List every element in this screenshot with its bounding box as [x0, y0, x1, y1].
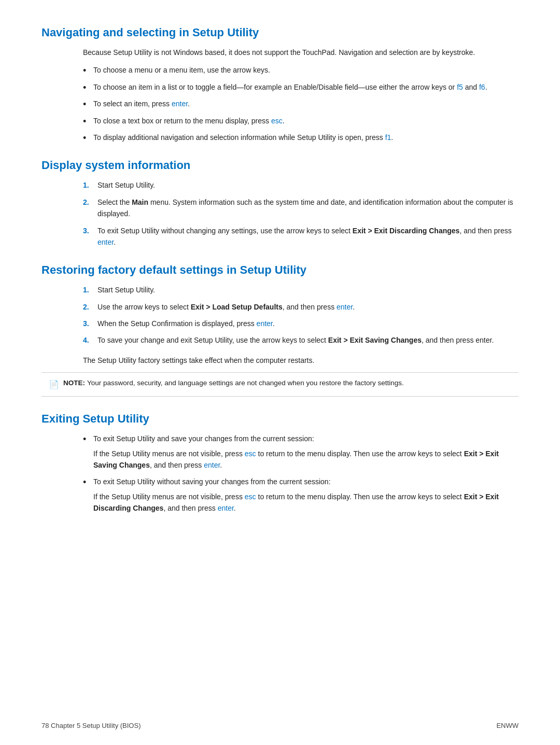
enter-link-1: enter: [172, 100, 188, 108]
list-item: Select the Main menu. System information…: [83, 196, 519, 220]
f6-link: f6: [479, 83, 485, 91]
page-container: Navigating and selecting in Setup Utilit…: [0, 0, 560, 564]
f1-link: f1: [385, 133, 391, 142]
enter-link-3: enter: [337, 303, 353, 311]
enter-link-2: enter: [97, 238, 114, 246]
list-item: To select an item, press enter.: [83, 98, 519, 109]
nav-heading: Navigating and selecting in Setup Utilit…: [41, 26, 519, 39]
exiting-bullet-list: To exit Setup Utility and save your chan…: [83, 433, 519, 514]
list-item: To choose a menu or a menu item, use the…: [83, 64, 519, 76]
footer-right: ENWW: [496, 722, 519, 729]
esc-link-3: esc: [245, 493, 256, 501]
esc-link-2: esc: [245, 449, 256, 458]
list-item: To save your change and exit Setup Utili…: [83, 334, 519, 346]
exiting-heading: Exiting Setup Utility: [41, 412, 519, 426]
restore-heading: Restoring factory default settings in Se…: [41, 263, 519, 277]
list-item: To exit Setup Utility without saving you…: [83, 476, 519, 514]
note-icon: 📄: [49, 378, 59, 391]
f5-link: f5: [457, 83, 463, 91]
note-text: Your password, security, and language se…: [87, 379, 404, 387]
list-item: To display additional navigation and sel…: [83, 132, 519, 143]
list-item: To exit Setup Utility and save your chan…: [83, 433, 519, 471]
list-item: Use the arrow keys to select Exit > Load…: [83, 301, 519, 313]
list-item: Start Setup Utility.: [83, 284, 519, 296]
bullet-intro-1: To exit Setup Utility and save your chan…: [93, 434, 314, 443]
footer-left: 78 Chapter 5 Setup Utility (BIOS): [41, 722, 141, 729]
nav-bullet-list: To choose a menu or a menu item, use the…: [83, 64, 519, 143]
bullet-subtext-1: If the Setup Utility menus are not visib…: [93, 448, 519, 471]
page-footer: 78 Chapter 5 Setup Utility (BIOS) ENWW: [41, 722, 519, 729]
list-item: To choose an item in a list or to toggle…: [83, 81, 519, 93]
list-item: To exit Setup Utility without changing a…: [83, 225, 519, 248]
enter-link-4: enter: [257, 319, 273, 328]
list-item: When the Setup Confirmation is displayed…: [83, 318, 519, 329]
restore-plain-text: The Setup Utility factory settings take …: [83, 355, 519, 366]
note-box: 📄 NOTE:Your password, security, and lang…: [41, 372, 519, 397]
list-item: To close a text box or return to the men…: [83, 115, 519, 126]
list-item: Start Setup Utility.: [83, 179, 519, 191]
esc-link-1: esc: [271, 117, 283, 125]
nav-intro: Because Setup Utility is not Windows bas…: [83, 47, 519, 58]
display-heading: Display system information: [41, 159, 519, 172]
note-content: NOTE:Your password, security, and langua…: [63, 378, 404, 388]
note-label: NOTE:: [63, 379, 85, 387]
bullet-intro-2: To exit Setup Utility without saving you…: [93, 477, 331, 486]
display-steps-list: Start Setup Utility. Select the Main men…: [83, 179, 519, 248]
enter-link-6: enter: [218, 504, 234, 512]
restore-steps-list: Start Setup Utility. Use the arrow keys …: [83, 284, 519, 346]
enter-link-5: enter: [204, 461, 220, 469]
bullet-subtext-2: If the Setup Utility menus are not visib…: [93, 491, 519, 514]
